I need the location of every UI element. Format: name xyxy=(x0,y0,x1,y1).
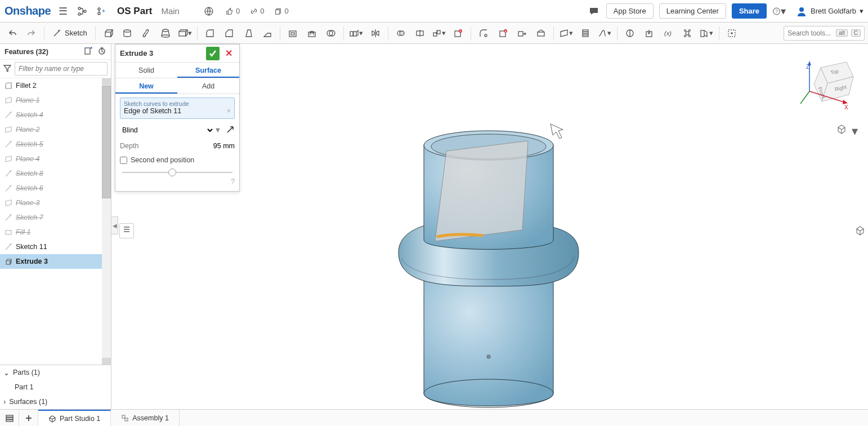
second-end-checkbox[interactable] xyxy=(120,157,127,164)
curve-tool[interactable]: ▾ xyxy=(596,25,614,42)
copies-count[interactable]: 0 xyxy=(274,7,288,15)
feature-item[interactable]: Fill 1 xyxy=(0,225,111,239)
hole-tool[interactable] xyxy=(303,25,321,42)
insert-icon[interactable]: + xyxy=(95,5,108,18)
links-count[interactable]: 0 xyxy=(250,7,264,15)
loft-tool[interactable] xyxy=(156,25,175,42)
cancel-button[interactable]: ✕ xyxy=(223,48,235,59)
document-branch[interactable]: Main xyxy=(161,6,180,16)
search-input[interactable] xyxy=(788,29,833,37)
globe-icon[interactable] xyxy=(202,5,216,18)
hamburger-icon[interactable]: ☰ xyxy=(56,5,70,18)
scroll-down-icon[interactable] xyxy=(102,358,111,365)
tab-new[interactable]: New xyxy=(115,78,177,94)
scrollbar-thumb[interactable] xyxy=(102,86,111,198)
comments-icon[interactable] xyxy=(587,5,601,18)
draft-tool[interactable] xyxy=(239,25,257,42)
direction-toggle-icon[interactable] xyxy=(226,125,235,136)
feature-item[interactable]: Sketch 8 xyxy=(0,166,111,181)
add-feature-icon[interactable] xyxy=(84,46,93,57)
feature-item[interactable]: Plane 2 xyxy=(0,122,111,137)
dialog-help-icon[interactable]: ? xyxy=(120,178,235,185)
delete-face-tool[interactable] xyxy=(449,25,467,42)
custom-feature-tool[interactable] xyxy=(678,25,696,42)
likes-count[interactable]: 0 xyxy=(226,7,240,15)
app-store-button[interactable]: App Store xyxy=(606,3,654,19)
modify-fillet-tool[interactable] xyxy=(475,25,493,42)
tree-icon[interactable] xyxy=(75,5,89,18)
tab-solid[interactable]: Solid xyxy=(115,63,177,78)
list-view-icon[interactable] xyxy=(119,223,134,238)
sweep-tool[interactable] xyxy=(137,25,155,42)
pattern-tool[interactable]: ▾ xyxy=(347,25,365,42)
plane-tool[interactable]: ▾ xyxy=(557,25,575,42)
feature-item[interactable]: Plane 3 xyxy=(0,196,111,210)
end-type-select[interactable]: Blind xyxy=(120,126,214,135)
variable-tool[interactable]: (x) xyxy=(659,25,677,42)
extrude-tool[interactable] xyxy=(99,25,117,42)
second-end-row[interactable]: Second end position xyxy=(120,156,235,164)
thicken-tool[interactable]: ▾ xyxy=(176,25,194,42)
learning-center-button[interactable]: Learning Center xyxy=(659,3,726,19)
section-tool[interactable] xyxy=(621,25,639,42)
tab-manager-button[interactable] xyxy=(0,410,19,426)
scrollbar-track[interactable] xyxy=(102,78,111,365)
split-tool[interactable] xyxy=(411,25,429,42)
isometric-icon[interactable] xyxy=(854,224,867,239)
mirror-tool[interactable] xyxy=(366,25,384,42)
share-button[interactable]: Share xyxy=(732,3,767,19)
move-face-tool[interactable] xyxy=(513,25,531,42)
draft-slider[interactable] xyxy=(120,168,235,176)
filter-icon[interactable] xyxy=(3,64,11,74)
view-cube-menu[interactable]: ▾ xyxy=(836,123,858,139)
slider-thumb[interactable] xyxy=(168,168,176,176)
depth-input[interactable] xyxy=(190,142,235,150)
select-tool[interactable] xyxy=(723,25,741,42)
feature-item[interactable]: Sketch 4 xyxy=(0,108,111,122)
dialog-header[interactable]: Extrude 3 ✕ xyxy=(115,45,239,63)
selection-box[interactable]: Sketch curves to extrude Edge of Sketch … xyxy=(120,97,235,119)
revolve-tool[interactable] xyxy=(118,25,136,42)
feature-item[interactable]: Sketch 5 xyxy=(0,137,111,152)
clear-selection-icon[interactable]: × xyxy=(227,107,231,115)
transform-tool[interactable]: ▾ xyxy=(430,25,448,42)
replace-face-tool[interactable] xyxy=(532,25,550,42)
tab-part-studio[interactable]: Part Studio 1 xyxy=(38,410,111,426)
document-title[interactable]: OS Part xyxy=(117,6,152,17)
helix-tool[interactable] xyxy=(576,25,594,42)
view-cube[interactable]: Top Front Right Z X xyxy=(798,52,860,114)
feature-item[interactable]: Sketch 11 xyxy=(0,239,111,254)
feature-item[interactable]: Extrude 3 xyxy=(0,254,111,269)
add-tab-button[interactable] xyxy=(19,410,38,426)
user-menu[interactable]: Brett Goldfarb ▾ xyxy=(796,6,863,17)
chamfer-tool[interactable] xyxy=(220,25,238,42)
fillet-tool[interactable] xyxy=(201,25,219,42)
surfaces-group[interactable]: ›Surfaces (1) xyxy=(0,394,111,409)
search-tools[interactable]: alt C xyxy=(784,26,865,41)
feature-tree[interactable]: Fillet 2Plane 1Sketch 4Plane 2Sketch 5Pl… xyxy=(0,78,111,365)
import-tool[interactable] xyxy=(640,25,658,42)
redo-button[interactable] xyxy=(23,25,41,42)
panel-collapse-handle[interactable]: ◀ xyxy=(111,216,118,234)
undo-button[interactable] xyxy=(3,25,21,42)
logo[interactable]: Onshape xyxy=(5,5,51,17)
sketch-button[interactable]: Sketch xyxy=(48,29,92,38)
scroll-up-icon[interactable] xyxy=(102,78,111,85)
part-item[interactable]: Part 1 xyxy=(0,380,111,394)
boolean-tool[interactable] xyxy=(322,25,340,42)
tab-add[interactable]: Add xyxy=(177,78,239,94)
boolean2-tool[interactable] xyxy=(392,25,410,42)
feature-item[interactable]: Plane 4 xyxy=(0,152,111,166)
delete-face2-tool[interactable]: × xyxy=(494,25,512,42)
parts-group[interactable]: ⌄Parts (1) xyxy=(0,365,111,380)
part-3d-model[interactable] xyxy=(370,78,607,409)
feature-item[interactable]: Plane 1 xyxy=(0,93,111,108)
accept-button[interactable] xyxy=(206,47,220,60)
help-icon[interactable]: ? ▾ xyxy=(772,5,786,18)
shell-tool[interactable] xyxy=(284,25,302,42)
rollback-icon[interactable] xyxy=(97,46,106,57)
sheet-metal-tool[interactable]: ▾ xyxy=(697,25,715,42)
rib-tool[interactable] xyxy=(258,25,276,42)
feature-filter-input[interactable] xyxy=(15,62,108,76)
tab-surface[interactable]: Surface xyxy=(177,63,239,78)
